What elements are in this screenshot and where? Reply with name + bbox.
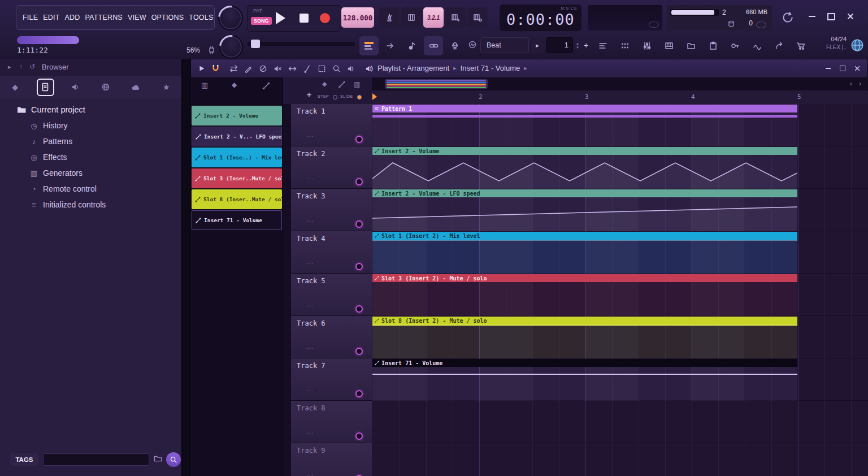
step-toggle[interactable] bbox=[333, 95, 337, 99]
pattern-next-button[interactable]: ▸ bbox=[531, 37, 544, 53]
track-led[interactable] bbox=[355, 263, 363, 270]
browser-collapse-icon[interactable]: ▸ bbox=[8, 63, 11, 71]
track-header-5[interactable]: Track 5 ... bbox=[291, 274, 372, 316]
menu-edit[interactable]: EDIT bbox=[43, 14, 59, 21]
track-name[interactable]: Track 1 bbox=[297, 107, 326, 115]
clip-slot8-mute-solo[interactable]: Slot 8 (Insert 2) - Mute / solo bbox=[372, 317, 797, 358]
corner-automation-icon[interactable]: ◆ bbox=[322, 80, 327, 88]
track-grip[interactable]: ... bbox=[307, 131, 314, 138]
track-grip[interactable]: ... bbox=[307, 470, 314, 476]
picker-clip-slot3-mute[interactable]: Slot 3 (Inser..Mute / solo bbox=[192, 168, 282, 188]
time-display[interactable]: M:S:CS 0:00:00 bbox=[500, 5, 581, 31]
track-grip[interactable]: ... bbox=[307, 428, 314, 435]
track-grip[interactable]: ... bbox=[307, 343, 314, 350]
clip-slot3-mute-solo[interactable]: Slot 3 (Insert 2) - Mute / solo bbox=[372, 274, 797, 316]
browser-window-button[interactable] bbox=[682, 36, 701, 55]
clip-header[interactable]: Insert 71 - Volume bbox=[372, 359, 797, 367]
track-led[interactable] bbox=[355, 390, 363, 397]
menu-add[interactable]: ADD bbox=[64, 14, 80, 21]
scroll-next-icon[interactable]: › bbox=[859, 80, 861, 88]
track-led[interactable] bbox=[355, 136, 363, 143]
track-name[interactable]: Track 4 bbox=[297, 235, 326, 243]
picker-tab-audio[interactable] bbox=[262, 82, 270, 90]
track-name[interactable]: Track 8 bbox=[297, 404, 326, 412]
clip-header[interactable]: Insert 2 - Volume - LFO speed bbox=[372, 189, 797, 197]
clip-body[interactable] bbox=[372, 197, 797, 231]
track-grip[interactable]: ... bbox=[307, 258, 314, 265]
delete-tool-button[interactable] bbox=[258, 63, 268, 73]
tags-folder-icon[interactable] bbox=[154, 455, 162, 462]
select-tool-button[interactable] bbox=[316, 63, 327, 73]
playlist-panel-toggle[interactable] bbox=[359, 36, 379, 55]
picker-clip-slot1-mix[interactable]: Slot 1 (Inse..) - Mix level bbox=[192, 148, 282, 167]
slip-tool-button[interactable] bbox=[228, 63, 238, 73]
track-led[interactable] bbox=[355, 432, 363, 440]
preview-speaker-button[interactable] bbox=[364, 63, 374, 73]
master-volume-slider[interactable] bbox=[248, 42, 355, 46]
slider-handle[interactable] bbox=[251, 40, 260, 48]
track-header-3[interactable]: Track 3 ... bbox=[291, 189, 372, 231]
scroll-prev-icon[interactable]: ‹ bbox=[850, 80, 852, 88]
recording-settings-button[interactable] bbox=[445, 36, 465, 55]
playlist-play-button[interactable] bbox=[197, 63, 207, 73]
spinner-down-icon[interactable]: ▾ bbox=[576, 45, 579, 49]
track-header-9[interactable]: Track 9 ... bbox=[291, 443, 372, 476]
playlist-maximize-button[interactable] bbox=[836, 63, 849, 73]
master-pitch-knob[interactable] bbox=[219, 35, 243, 59]
playlist-title[interactable]: Playlist - Arrangement bbox=[377, 64, 449, 72]
picker-clip-insert71-volume[interactable]: Insert 71 - Volume bbox=[192, 210, 282, 230]
playlist-window-button[interactable] bbox=[593, 36, 613, 55]
track-header-1[interactable]: Track 1 ... bbox=[291, 104, 372, 146]
track-led[interactable] bbox=[355, 305, 363, 313]
tree-item-effects[interactable]: ◎ Effects bbox=[29, 149, 67, 165]
pattern-number-display[interactable]: 1 bbox=[546, 37, 573, 53]
stop-button[interactable] bbox=[300, 14, 309, 23]
track-name[interactable]: Track 7 bbox=[297, 362, 326, 370]
clip-body[interactable] bbox=[372, 282, 797, 316]
tree-item-patterns[interactable]: ♪ Patterns bbox=[29, 133, 72, 149]
clip-body[interactable] bbox=[372, 155, 797, 189]
menu-options[interactable]: OPTIONS bbox=[151, 14, 184, 21]
playlist-target[interactable]: Insert 71 - Volume bbox=[461, 64, 520, 72]
shop-button[interactable] bbox=[791, 36, 810, 55]
clip-header[interactable]: Slot 3 (Insert 2) - Mute / solo bbox=[372, 274, 797, 282]
playlist-h-scrollbar[interactable]: ‹ › bbox=[372, 78, 868, 90]
track-led[interactable] bbox=[355, 220, 363, 228]
clip-insert2-volume[interactable]: Insert 2 - Volume bbox=[372, 147, 797, 189]
piano-roll-button[interactable] bbox=[659, 36, 679, 55]
clip-slot1-mix-level[interactable]: Slot 1 (Insert 2) - Mix level bbox=[372, 232, 797, 274]
browser-up-icon[interactable]: ↑ bbox=[19, 63, 23, 71]
corner-piano-icon[interactable]: ▥ bbox=[354, 80, 360, 88]
clip-header[interactable]: Slot 8 (Insert 2) - Mute / solo bbox=[372, 317, 797, 324]
remote-control-button[interactable] bbox=[726, 36, 745, 55]
menu-file[interactable]: FILE bbox=[23, 14, 38, 21]
zoom-fit-button[interactable] bbox=[287, 63, 297, 73]
track-header-8[interactable]: Track 8 ... bbox=[291, 401, 372, 443]
track-header-6[interactable]: Track 6 ... bbox=[291, 316, 372, 358]
performance-mode-button[interactable] bbox=[381, 36, 400, 55]
menu-view[interactable]: VIEW bbox=[128, 14, 146, 21]
spinner-up-icon[interactable]: ▴ bbox=[576, 41, 579, 45]
tree-item-remote-control[interactable]: ◔ Remote control bbox=[29, 181, 97, 197]
tree-item-initialized-controls[interactable]: ≡ Initialized controls bbox=[29, 197, 106, 213]
play-button[interactable] bbox=[276, 12, 285, 24]
link-controllers-button[interactable] bbox=[424, 36, 443, 55]
channel-rack-button[interactable] bbox=[615, 36, 635, 55]
track-name[interactable]: Track 3 bbox=[297, 192, 326, 200]
playlist-minimize-button[interactable] bbox=[821, 63, 835, 73]
menu-patterns[interactable]: PATTERNS bbox=[85, 14, 122, 21]
track-grip[interactable]: ... bbox=[307, 174, 314, 180]
track-name[interactable]: Track 5 bbox=[297, 277, 326, 285]
tags-search-button[interactable] bbox=[166, 452, 181, 467]
clip-insert71-volume[interactable]: Insert 71 - Volume bbox=[372, 359, 797, 401]
corner-link-icon[interactable] bbox=[338, 81, 346, 88]
picker-tab-patterns[interactable]: ▥ bbox=[201, 81, 208, 89]
note-options-button[interactable] bbox=[402, 36, 422, 55]
news-panel[interactable]: 04/24 FLEX |.. bbox=[811, 36, 847, 57]
clip-insert2-lfo-speed[interactable]: Insert 2 - Volume - LFO speed bbox=[372, 189, 797, 231]
tree-item-generators[interactable]: ▥ Generators bbox=[29, 165, 83, 181]
draw-tool-button[interactable] bbox=[243, 63, 253, 73]
record-button[interactable] bbox=[320, 13, 330, 23]
add-track-mode-button[interactable]: + bbox=[304, 90, 314, 101]
playlist-grid[interactable]: Pattern 1 Insert 2 - Volume bbox=[372, 104, 868, 476]
